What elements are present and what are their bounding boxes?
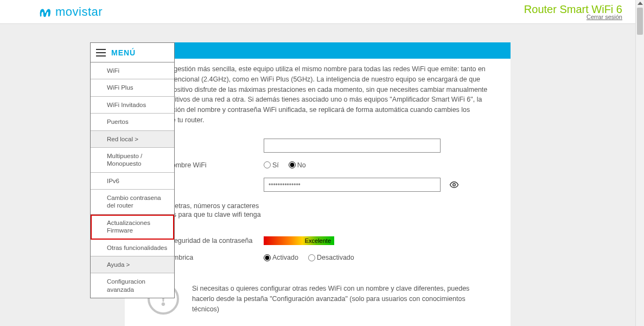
top-bar: movistar Router Smart WiFi 6 Cerrar sesi… [0, 0, 635, 24]
section-title-bar [125, 42, 511, 59]
menu-item-configuracion-avanzada[interactable]: Configuracion avanzada [91, 273, 174, 298]
main-menu-panel: MENÚ WiFiWiFi PlusWiFi InvitadosPuertosR… [90, 42, 175, 298]
wireless-on[interactable]: Activado [264, 254, 298, 261]
hide-ssid-no[interactable]: No [289, 161, 306, 169]
scrollbar-thumb[interactable] [637, 8, 643, 35]
menu-item-red-local[interactable]: Red local > [91, 131, 174, 148]
wireless-off[interactable]: Desactivado [308, 254, 354, 261]
password-strength-meter: Excelente [264, 236, 334, 245]
show-password-icon[interactable] [449, 180, 459, 190]
scroll-up-icon[interactable] [637, 2, 643, 5]
menu-item-ipv6[interactable]: IPv6 [91, 173, 174, 190]
menu-item-multipuesto-monopuesto[interactable]: Multipuesto / Monopuesto [91, 148, 174, 173]
wifi-password-input[interactable] [264, 178, 441, 192]
menu-item-ayuda[interactable]: Ayuda > [91, 256, 174, 273]
logout-link[interactable]: Cerrar sesión [586, 14, 622, 20]
menu-item-wifi[interactable]: WiFi [91, 62, 174, 79]
menu-item-cambio-contrasena-del-router[interactable]: Cambio contrasena del router [91, 190, 174, 215]
menu-title: MENÚ [111, 48, 136, 57]
menu-header[interactable]: MENÚ [91, 43, 174, 62]
intro-text: Para una gestión más sencilla, este equi… [125, 59, 511, 131]
hamburger-icon [96, 49, 106, 57]
advanced-info-box: ! Si necesitas o quieres configurar otra… [144, 280, 491, 318]
menu-item-wifi-invitados[interactable]: WiFi Invitados [91, 97, 174, 114]
hide-ssid-yes[interactable]: Sí [264, 161, 279, 169]
brand-name: movistar [55, 5, 103, 19]
content-card: Para una gestión más sencilla, este equi… [125, 42, 511, 326]
menu-item-otras-funcionalidades[interactable]: Otras funcionalidades [91, 240, 174, 256]
brand-logo: movistar [38, 5, 103, 19]
svg-point-0 [453, 183, 456, 186]
menu-item-puertos[interactable]: Puertos [91, 114, 174, 130]
vertical-scrollbar[interactable] [635, 0, 644, 326]
menu-item-wifi-plus[interactable]: WiFi Plus [91, 79, 174, 96]
menu-item-actualizaciones-firmware[interactable]: Actualizaciones Firmware [91, 215, 174, 240]
movistar-m-icon [38, 5, 52, 19]
advanced-info-text: Si necesitas o quieres configurar otras … [192, 284, 488, 314]
wifi-name-input[interactable] [264, 139, 441, 153]
